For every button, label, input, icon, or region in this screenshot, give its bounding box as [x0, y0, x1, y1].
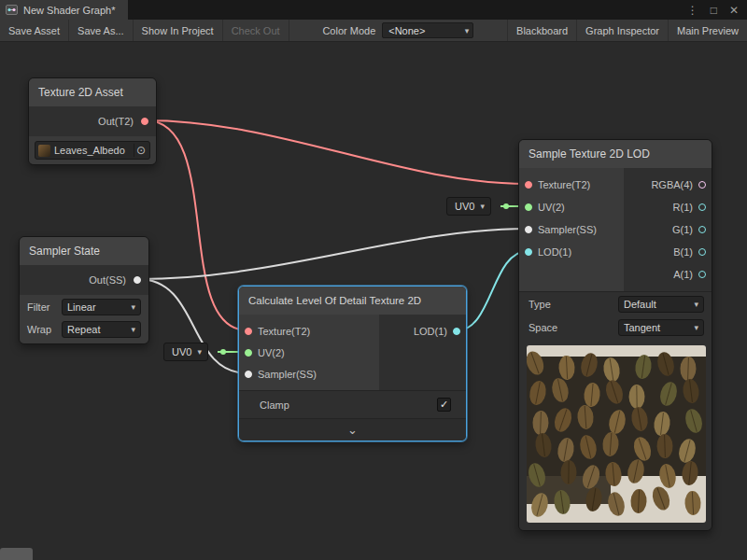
input-row-texture: Texture(T2)	[239, 320, 379, 342]
port-in-uv[interactable]	[245, 349, 252, 357]
texture-object-name: Leaves_Albedo	[54, 145, 130, 156]
texture-object-field[interactable]: Leaves_Albedo ⊙	[35, 141, 150, 160]
chevron-down-icon: ▾	[480, 202, 485, 211]
port-out-t2[interactable]	[141, 118, 148, 125]
chevron-down-icon: ▾	[197, 347, 202, 357]
bottom-dock-tab[interactable]	[0, 548, 33, 560]
output-ports: RGBA(4) R(1) G(1) B(1) A(1)	[624, 168, 712, 291]
port-in-texture[interactable]	[245, 328, 252, 335]
graph-inspector-button[interactable]: Graph Inspector	[576, 20, 668, 41]
type-label: Type	[529, 299, 551, 310]
wire-lod-to-sample[interactable]	[458, 251, 528, 330]
port-out-ss[interactable]	[134, 276, 141, 284]
uv-channel-dropdown-top[interactable]: UV0 ▾	[446, 197, 491, 216]
wire-sampler-to-sample[interactable]	[138, 229, 528, 279]
chevron-down-icon: ▾	[694, 300, 698, 309]
port-in-lod[interactable]	[525, 248, 532, 256]
graph-canvas[interactable]: Texture 2D Asset Out(T2) Leaves_Albedo ⊙…	[0, 42, 747, 560]
check-out-button: Check Out	[223, 20, 289, 41]
chevron-down-icon: ▾	[131, 302, 135, 312]
node-title[interactable]: Texture 2D Asset	[29, 78, 156, 106]
wire-texture-to-calc[interactable]	[146, 120, 247, 330]
node-expander[interactable]: ⌄	[239, 418, 466, 441]
object-picker-icon[interactable]: ⊙	[134, 144, 148, 157]
node-title[interactable]: Sampler State	[20, 237, 148, 265]
filter-row: Filter Linear ▾	[20, 295, 148, 319]
port-label: Out(T2)	[98, 116, 134, 127]
port-in-uv[interactable]	[525, 203, 532, 211]
color-mode-group: Color Mode <None> ▾	[318, 20, 477, 41]
port-in-texture[interactable]	[525, 181, 532, 189]
save-as-button[interactable]: Save As...	[69, 20, 134, 41]
input-row-uv: UV(2)	[239, 342, 379, 363]
port-out-lod[interactable]	[453, 328, 460, 335]
input-row-empty	[519, 263, 624, 286]
port-label: UV(2)	[538, 202, 565, 213]
node-calculate-lod-texture-2d[interactable]: Calculate Level Of Detail Texture 2D Tex…	[238, 286, 467, 441]
space-dropdown[interactable]: Tangent ▾	[618, 319, 704, 336]
output-row-rgba: RGBA(4)	[624, 174, 712, 196]
port-label: RGBA(4)	[651, 179, 693, 190]
window-menu-icon[interactable]: ⋮	[687, 4, 698, 17]
port-label: UV(2)	[258, 347, 285, 358]
space-value: Tangent	[624, 322, 660, 333]
output-row-g: G(1)	[624, 218, 712, 241]
node-title[interactable]: Sample Texture 2D LOD	[519, 140, 712, 168]
port-label: Sampler(SS)	[538, 224, 597, 235]
filter-dropdown[interactable]: Linear ▾	[62, 299, 141, 315]
show-in-project-button[interactable]: Show In Project	[134, 20, 223, 41]
node-preview-image	[527, 345, 706, 523]
port-label: LOD(1)	[414, 326, 447, 337]
main-preview-button[interactable]: Main Preview	[668, 20, 747, 41]
wrap-dropdown[interactable]: Repeat ▾	[62, 321, 141, 338]
node-title[interactable]: Calculate Level Of Detail Texture 2D	[239, 287, 466, 315]
toolbar-right-group: Blackboard Graph Inspector Main Preview	[507, 20, 747, 41]
object-row: Leaves_Albedo ⊙	[29, 136, 156, 164]
maximize-icon[interactable]: □	[711, 4, 717, 17]
port-out-a[interactable]	[698, 271, 706, 278]
color-mode-dropdown[interactable]: <None> ▾	[382, 22, 473, 38]
blackboard-button[interactable]: Blackboard	[507, 20, 576, 41]
wrap-row: Wrap Repeat ▾	[20, 319, 148, 343]
port-label: Sampler(SS)	[258, 369, 317, 380]
wire-texture-to-sample[interactable]	[146, 120, 528, 184]
node-sampler-state[interactable]: Sampler State Out(SS) Filter Linear ▾ Wr…	[19, 236, 149, 344]
port-in-sampler[interactable]	[525, 226, 532, 233]
output-row-b: B(1)	[624, 241, 712, 263]
node-sample-texture-2d-lod[interactable]: Sample Texture 2D LOD Texture(T2) UV(2) …	[518, 139, 712, 531]
port-out-g[interactable]	[698, 226, 706, 233]
port-label: LOD(1)	[538, 246, 571, 258]
type-row: Type Default ▾	[519, 291, 712, 315]
shader-graph-icon	[6, 4, 18, 16]
close-icon[interactable]: ✕	[729, 4, 739, 17]
filter-label: Filter	[27, 301, 55, 313]
clamp-checkbox[interactable]: ✓	[437, 398, 451, 412]
uv-channel-value: UV0	[455, 201, 474, 212]
titlebar: New Shader Graph* ⋮ □ ✕	[0, 0, 747, 20]
window-tab[interactable]: New Shader Graph*	[0, 0, 128, 20]
input-row-texture: Texture(T2)	[519, 174, 624, 196]
color-mode-value: <None>	[388, 25, 425, 36]
wrap-label: Wrap	[27, 324, 55, 335]
node-texture-2d-asset[interactable]: Texture 2D Asset Out(T2) Leaves_Albedo ⊙	[28, 77, 157, 165]
port-out-rgba[interactable]	[698, 181, 706, 189]
save-asset-button[interactable]: Save Asset	[0, 20, 69, 41]
uv0-top-port[interactable]	[503, 203, 509, 209]
clamp-label: Clamp	[260, 399, 289, 411]
filter-value: Linear	[67, 301, 96, 313]
port-out-b[interactable]	[698, 248, 706, 256]
port-out-r[interactable]	[698, 203, 706, 211]
port-label: Out(SS)	[89, 274, 126, 286]
clamp-row: Clamp ✓	[239, 390, 466, 418]
port-label: A(1)	[673, 269, 693, 280]
type-dropdown[interactable]: Default ▾	[618, 296, 704, 313]
uv0-bottom-port[interactable]	[220, 349, 226, 355]
chevron-down-icon: ⌄	[347, 423, 358, 437]
port-label: Texture(T2)	[258, 326, 310, 337]
toolbar-left-group: Save Asset Save As... Show In Project Ch…	[0, 20, 289, 41]
space-row: Space Tangent ▾	[519, 315, 712, 340]
uv-channel-dropdown-bottom[interactable]: UV0 ▾	[163, 343, 208, 361]
port-in-sampler[interactable]	[245, 371, 252, 378]
space-label: Space	[529, 322, 557, 333]
uv-channel-value: UV0	[172, 346, 191, 357]
